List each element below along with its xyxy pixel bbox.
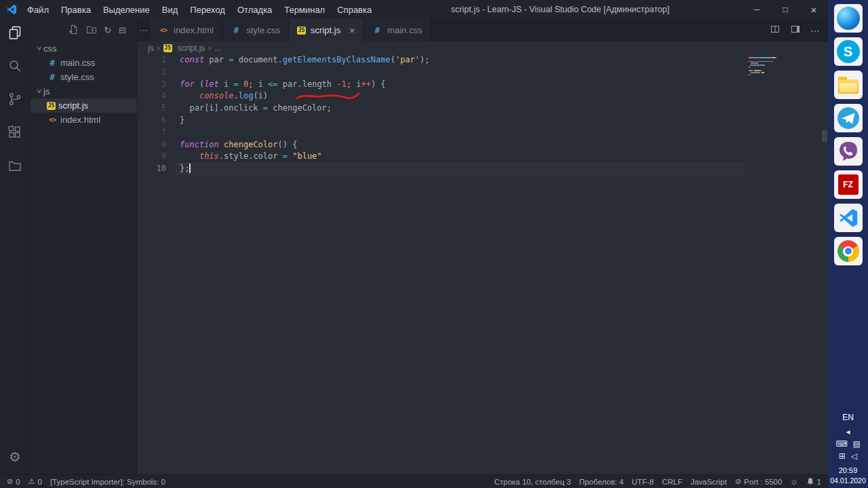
search-icon[interactable]: [0, 52, 31, 79]
tab-index.html[interactable]: <>index.html: [150, 19, 222, 41]
breadcrumb-item-script.js[interactable]: JSscript.js: [163, 43, 205, 53]
menu-item-Отладка[interactable]: Отладка: [231, 0, 278, 19]
errors-count[interactable]: ⊘0: [3, 475, 24, 488]
chrome-icon[interactable]: [834, 237, 863, 265]
more-actions-icon[interactable]: ⋯: [810, 25, 820, 36]
feedback[interactable]: ☺: [786, 475, 802, 488]
collapse-folders-icon[interactable]: ⊟: [119, 25, 126, 35]
keyboard-icon[interactable]: ⌨: [835, 439, 847, 449]
menu-item-Вид[interactable]: Вид: [156, 0, 184, 19]
new-folder-icon[interactable]: [86, 24, 96, 37]
tab-main.css[interactable]: #main.css: [363, 19, 431, 41]
breadcrumb-item-js[interactable]: js: [148, 43, 154, 53]
code-token: ) {: [371, 79, 386, 89]
indentation[interactable]: Пробелов: 4: [575, 475, 628, 488]
code-token: (: [195, 79, 204, 89]
code-line[interactable]: 1const par = document.getElementsByClass…: [138, 54, 828, 67]
maximize-button[interactable]: □: [771, 0, 800, 19]
tree-item-js[interactable]: >js: [31, 84, 137, 98]
new-file-icon[interactable]: [68, 24, 79, 37]
notifications[interactable]: 1: [802, 475, 825, 488]
menu-item-Терминал[interactable]: Терминал: [278, 0, 331, 19]
minimap[interactable]: [749, 57, 820, 76]
extensions-icon[interactable]: [0, 119, 31, 146]
menu-item-Переход[interactable]: Переход: [184, 0, 231, 19]
live-server-port[interactable]: ⊘Port : 5500: [731, 475, 786, 488]
menu-item-Справка[interactable]: Справка: [331, 0, 378, 19]
code-line[interactable]: 6}: [138, 115, 828, 127]
tab-label: style.css: [246, 25, 280, 35]
js-file-icon: JS: [163, 44, 172, 52]
minimap-line: [749, 70, 820, 71]
code-line[interactable]: 5 par[i].onclick = chengeColor;: [138, 102, 828, 115]
hidden-icons-chevron[interactable]: ◂: [833, 427, 864, 436]
close-button[interactable]: ×: [800, 0, 828, 19]
encoding-label: UTF-8: [632, 478, 654, 486]
tree-item-label: index.html: [60, 115, 100, 125]
vscode-icon[interactable]: [834, 204, 863, 232]
toggle-layout-icon[interactable]: [790, 24, 801, 37]
viber-icon[interactable]: [834, 137, 863, 166]
tree-item-css[interactable]: >css: [31, 41, 137, 56]
code-token: document.: [233, 55, 282, 64]
tree-item-main.css[interactable]: #main.css: [31, 56, 137, 70]
telegram-icon[interactable]: [834, 104, 863, 132]
skype-icon[interactable]: S: [834, 37, 863, 66]
cursor-position[interactable]: Строка 10, столбец 3: [490, 475, 575, 488]
explorer-toolbar: ↻⊟: [31, 19, 137, 41]
breadcrumb-label: js: [148, 43, 154, 53]
refresh-icon[interactable]: ↻: [104, 25, 111, 35]
display-icon[interactable]: ▤: [852, 439, 860, 449]
language-mode-label: JavaScript: [690, 478, 727, 486]
split-editor-icon[interactable]: [770, 24, 781, 37]
minimize-button[interactable]: ─: [743, 0, 771, 19]
volume-icon[interactable]: ◁: [851, 451, 857, 461]
updates-icon[interactable]: ⊞: [839, 451, 846, 461]
code-line[interactable]: 4 console.log(i): [138, 90, 828, 102]
scrollbar-thumb[interactable]: [822, 130, 827, 142]
ts-importer[interactable]: [TypeScript Importer]: Symbols: 0: [46, 475, 170, 488]
code-token: console: [199, 91, 234, 100]
close-tab-icon[interactable]: ×: [349, 25, 355, 36]
tree-item-index.html[interactable]: <>index.html: [31, 113, 137, 127]
menu-item-Файл[interactable]: Файл: [21, 0, 55, 19]
language-indicator[interactable]: EN: [842, 413, 854, 422]
tree-item-script.js[interactable]: JSscript.js: [31, 98, 137, 113]
menu-item-Выделение[interactable]: Выделение: [97, 0, 156, 19]
code-line[interactable]: 3for (let i = 0; i <= par.length -1; i++…: [138, 79, 828, 91]
code-line[interactable]: 10};: [138, 163, 828, 175]
code-lines: 1const par = document.getElementsByClass…: [138, 54, 828, 175]
code-editor[interactable]: 1const par = document.getElementsByClass…: [138, 54, 828, 474]
breadcrumb-label: script.js: [178, 43, 205, 53]
editor-group: ⋯ <>index.html#style.cssJSscript.js×#mai…: [138, 19, 828, 474]
eol-sequence[interactable]: CRLF: [658, 475, 686, 488]
encoding[interactable]: UTF-8: [628, 475, 658, 488]
file-explorer-icon[interactable]: [834, 71, 863, 99]
code-line[interactable]: 7: [138, 127, 828, 139]
tab-style.css[interactable]: #style.css: [222, 19, 289, 41]
explorer-icon[interactable]: [0, 19, 31, 46]
html-file-icon: <>: [158, 26, 169, 34]
menu-bar: ФайлПравкаВыделениеВидПереходОтладкаТерм…: [21, 0, 378, 19]
project-manager-icon[interactable]: [0, 152, 31, 179]
source-control-icon[interactable]: [0, 86, 31, 113]
edge-browser-icon[interactable]: [834, 4, 863, 33]
breadcrumb-item-...[interactable]: ...: [214, 43, 221, 53]
red-underline-annotation: [295, 92, 360, 101]
filezilla-icon[interactable]: FZ: [834, 170, 863, 199]
language-mode[interactable]: JavaScript: [686, 475, 731, 488]
code-line[interactable]: 8function chengeColor() {: [138, 139, 828, 151]
code-line[interactable]: 2: [138, 67, 828, 79]
code-token: <=: [268, 79, 277, 89]
html-file-icon: <>: [47, 116, 58, 124]
code-line[interactable]: 9 this.style.color = "blue": [138, 151, 828, 163]
warnings-count[interactable]: ⚠0: [24, 475, 46, 488]
taskbar-clock[interactable]: 20:59 04.01.2020: [830, 466, 866, 485]
menu-item-Правка[interactable]: Правка: [55, 0, 97, 19]
tab-overflow-icon[interactable]: ⋯: [138, 19, 150, 41]
code-token: chengeColor;: [268, 103, 332, 113]
tree-item-style.css[interactable]: #style.css: [31, 70, 137, 84]
tab-script.js[interactable]: JSscript.js×: [289, 19, 363, 41]
code-token: );: [420, 55, 429, 64]
settings-gear-icon[interactable]: ⚙: [9, 449, 21, 465]
